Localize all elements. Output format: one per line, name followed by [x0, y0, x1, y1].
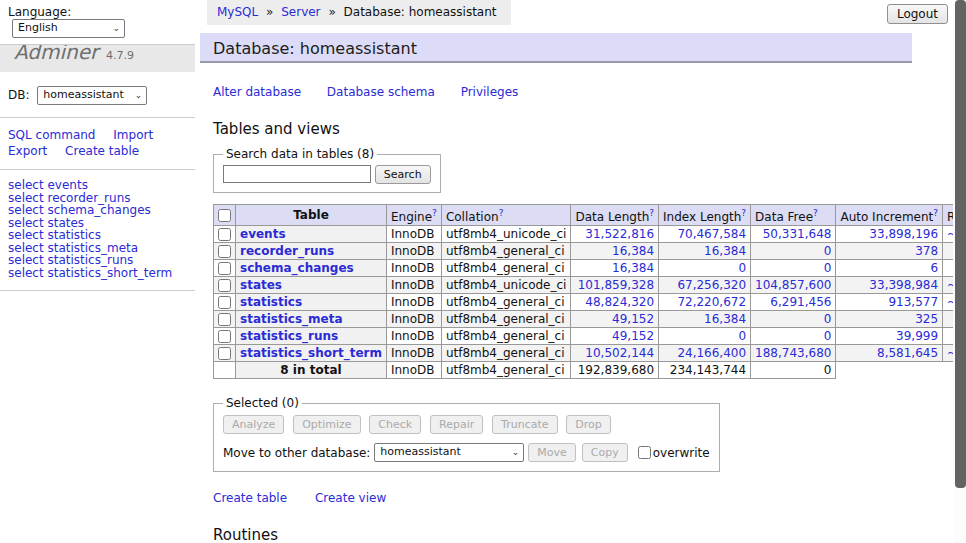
row-checkbox[interactable] — [218, 262, 231, 275]
sidebar-link-sql-command[interactable]: SQL command — [8, 128, 95, 142]
privileges-link[interactable]: Privileges — [461, 85, 519, 99]
data-length-cell[interactable]: 16,384 — [571, 260, 659, 277]
create-view-link[interactable]: Create view — [315, 491, 386, 505]
language-select[interactable]: English ⌄ — [12, 19, 125, 38]
optimize-button[interactable]: Optimize — [293, 415, 360, 434]
scrollbar-track[interactable] — [953, 0, 966, 543]
select-all-checkbox[interactable] — [218, 209, 231, 222]
help-icon[interactable]: ? — [741, 208, 746, 218]
row-checkbox[interactable] — [218, 228, 231, 241]
auto-increment-cell[interactable]: 33,898,196 — [836, 226, 943, 243]
move-button[interactable]: Move — [528, 443, 576, 462]
data-length-cell[interactable]: 16,384 — [571, 243, 659, 260]
scrollbar-thumb[interactable] — [955, 0, 966, 488]
help-icon[interactable]: ? — [499, 208, 504, 218]
auto-increment-cell[interactable]: 378 — [836, 243, 943, 260]
table-row: statistics_short_termInnoDButf8mb4_gener… — [214, 345, 966, 362]
help-icon[interactable]: ? — [432, 208, 437, 218]
index-length-cell[interactable]: 0 — [659, 260, 751, 277]
overwrite-checkbox[interactable] — [638, 446, 651, 459]
sidebar-table-link[interactable]: select statistics — [8, 229, 187, 242]
index-length-cell[interactable]: 67,256,320 — [659, 277, 751, 294]
index-length-cell[interactable]: 0 — [659, 328, 751, 345]
table-name-link[interactable]: statistics_short_term — [240, 346, 382, 360]
create-table-link[interactable]: Create table — [213, 491, 287, 505]
selected-fieldset: Selected (0) Analyze Optimize Check Repa… — [213, 396, 720, 472]
sidebar-link-import[interactable]: Import — [113, 128, 153, 142]
total-empty-cell — [214, 362, 236, 379]
data-length-cell[interactable]: 101,859,328 — [571, 277, 659, 294]
total-engine: InnoDB — [386, 362, 441, 379]
data-length-cell[interactable]: 48,824,320 — [571, 294, 659, 311]
help-icon[interactable]: ? — [933, 208, 938, 218]
index-length-cell[interactable]: 72,220,672 — [659, 294, 751, 311]
engine-cell: InnoDB — [386, 226, 441, 243]
data-free-cell[interactable]: 104,857,600 — [751, 277, 836, 294]
check-button[interactable]: Check — [369, 415, 421, 434]
table-name-cell: schema_changes — [236, 260, 387, 277]
search-button[interactable]: Search — [375, 165, 431, 184]
table-name-link[interactable]: states — [240, 278, 282, 292]
database-schema-link[interactable]: Database schema — [327, 85, 435, 99]
chevron-down-icon: ⌄ — [512, 445, 520, 459]
alter-database-link[interactable]: Alter database — [213, 85, 301, 99]
data-free-cell[interactable]: 188,743,680 — [751, 345, 836, 362]
sidebar-table-link[interactable]: select statistics_short_term — [8, 267, 187, 280]
data-free-cell[interactable]: 0 — [751, 243, 836, 260]
logout-button[interactable]: Logout — [887, 4, 948, 24]
breadcrumb-link-server[interactable]: Server — [281, 5, 320, 19]
sidebar-link-create-table[interactable]: Create table — [65, 144, 139, 158]
row-checkbox[interactable] — [218, 313, 231, 326]
row-checkbox[interactable] — [218, 296, 231, 309]
help-icon[interactable]: ? — [649, 208, 654, 218]
search-legend: Search data in tables (8) — [223, 147, 377, 161]
help-icon[interactable]: ? — [813, 208, 818, 218]
column-header-data-free: Data Free? — [751, 205, 836, 226]
copy-button[interactable]: Copy — [582, 443, 628, 462]
index-length-cell[interactable]: 24,166,400 — [659, 345, 751, 362]
row-checkbox[interactable] — [218, 330, 231, 343]
analyze-button[interactable]: Analyze — [223, 415, 284, 434]
truncate-button[interactable]: Truncate — [492, 415, 557, 434]
search-input[interactable] — [223, 165, 371, 183]
drop-button[interactable]: Drop — [566, 415, 610, 434]
table-name-link[interactable]: statistics_runs — [240, 329, 338, 343]
auto-increment-cell[interactable]: 33,398,984 — [836, 277, 943, 294]
table-name-link[interactable]: schema_changes — [240, 261, 354, 275]
table-name-link[interactable]: events — [240, 227, 286, 241]
auto-increment-cell[interactable]: 39,999 — [836, 328, 943, 345]
auto-increment-cell[interactable]: 325 — [836, 311, 943, 328]
auto-increment-cell[interactable]: 913,577 — [836, 294, 943, 311]
data-length-cell[interactable]: 31,522,816 — [571, 226, 659, 243]
sidebar-link-export[interactable]: Export — [8, 144, 47, 158]
db-select[interactable]: homeassistant ⌄ — [37, 86, 147, 105]
auto-increment-cell[interactable]: 6 — [836, 260, 943, 277]
data-length-cell[interactable]: 10,502,144 — [571, 345, 659, 362]
row-checkbox[interactable] — [218, 279, 231, 292]
index-length-cell[interactable]: 70,467,584 — [659, 226, 751, 243]
move-database-select[interactable]: homeassistant ⌄ — [374, 443, 524, 462]
data-free-cell[interactable]: 50,331,648 — [751, 226, 836, 243]
auto-increment-cell[interactable]: 8,581,645 — [836, 345, 943, 362]
data-length-cell[interactable]: 49,152 — [571, 311, 659, 328]
index-length-cell[interactable]: 16,384 — [659, 311, 751, 328]
table-name-link[interactable]: statistics — [240, 295, 302, 309]
repair-button[interactable]: Repair — [430, 415, 483, 434]
sidebar-table-link[interactable]: select schema_changes — [8, 204, 187, 217]
data-free-cell[interactable]: 0 — [751, 260, 836, 277]
sidebar-table-link[interactable]: select statistics_runs — [8, 254, 187, 267]
row-checkbox[interactable] — [218, 347, 231, 360]
row-select-cell — [214, 294, 236, 311]
data-free-cell[interactable]: 0 — [751, 311, 836, 328]
table-name-link[interactable]: recorder_runs — [240, 244, 334, 258]
table-name-link[interactable]: statistics_meta — [240, 312, 343, 326]
row-checkbox[interactable] — [218, 245, 231, 258]
collation-cell: utf8mb4_general_ci — [441, 328, 571, 345]
data-free-cell[interactable]: 6,291,456 — [751, 294, 836, 311]
index-length-cell[interactable]: 16,384 — [659, 243, 751, 260]
data-length-cell[interactable]: 49,152 — [571, 328, 659, 345]
data-free-cell[interactable]: 0 — [751, 328, 836, 345]
breadcrumb-link-mysql[interactable]: MySQL — [217, 5, 258, 19]
sidebar-table-link[interactable]: select events — [8, 179, 187, 192]
sidebar-table-list: select eventsselect recorder_runsselect … — [0, 170, 195, 291]
